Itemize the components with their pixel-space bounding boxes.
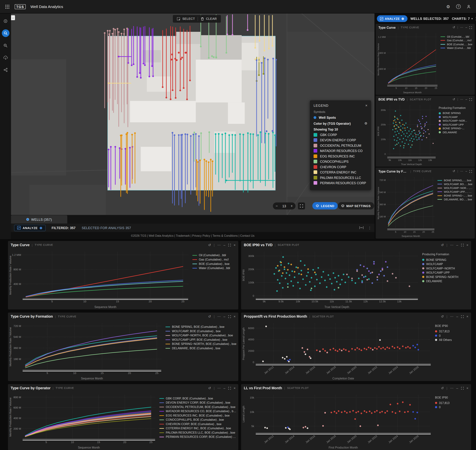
svg-text:13k: 13k bbox=[428, 159, 432, 161]
title-separator: | bbox=[284, 386, 285, 390]
zoom-out-button[interactable]: − bbox=[276, 204, 278, 208]
expand-icon[interactable] bbox=[469, 170, 472, 172]
chart-canvas: Jan 2012Jan 2014Jan 2016Jan 2018Jan 2020… bbox=[242, 320, 434, 380]
legend-entry: WOLFCAMP~NOR... , boe bbox=[437, 186, 473, 189]
more-options-icon[interactable]: ⋯ bbox=[460, 98, 463, 101]
operator-color-swatch bbox=[314, 154, 317, 158]
expand-icon[interactable] bbox=[469, 26, 472, 29]
refresh-history-icon[interactable]: ↺ bbox=[441, 315, 444, 318]
legend-label: OCCIDENTAL PETROLEUM, BOE (Cumulative) ,… bbox=[166, 405, 236, 409]
close-icon[interactable]: × bbox=[466, 243, 468, 247]
select-marquee-icon bbox=[177, 17, 180, 21]
more-options-icon[interactable]: ⋯ bbox=[450, 243, 454, 247]
more-options-icon[interactable]: ⋯ bbox=[217, 386, 221, 390]
share-icon[interactable] bbox=[2, 66, 9, 74]
close-icon[interactable]: × bbox=[233, 315, 236, 318]
minimize-icon[interactable]: – bbox=[465, 98, 467, 101]
expand-icon[interactable] bbox=[461, 387, 464, 390]
legend-gear-icon[interactable]: ⚙ bbox=[364, 121, 367, 125]
close-icon[interactable]: × bbox=[365, 103, 367, 108]
expand-icon[interactable] bbox=[469, 98, 472, 101]
zoom-in-button[interactable]: + bbox=[291, 204, 293, 208]
clear-button[interactable]: CLEAR bbox=[198, 15, 220, 23]
map-container[interactable]: ‹ SELECT CLEAR LEGEND × bbox=[11, 13, 375, 215]
legend-entry: WOLFCAMP bbox=[439, 115, 473, 118]
legend-swatch bbox=[422, 263, 424, 265]
tab-wells[interactable]: WELLS (357) bbox=[11, 215, 67, 224]
chart-title: BOE IP90 vs TVD bbox=[379, 98, 405, 101]
minimize-icon[interactable]: – bbox=[465, 170, 467, 173]
cloud-download-icon[interactable] bbox=[2, 54, 9, 61]
refresh-history-icon[interactable]: ↺ bbox=[441, 386, 444, 390]
map-settings-button[interactable]: MAP SETTINGS bbox=[338, 202, 374, 209]
legend-label: WOLFCAMP~NORTH, BOE (Cumulative) , boe bbox=[172, 334, 233, 337]
legend-swatch bbox=[159, 415, 164, 416]
legend-label: MATADOR RESOURCES CO, BOE (Cumulative) ,… bbox=[166, 409, 237, 413]
svg-text:5: 5 bbox=[395, 231, 396, 233]
account-person-icon[interactable] bbox=[466, 3, 472, 10]
minimize-icon[interactable]: – bbox=[224, 386, 225, 390]
kebab-menu-icon[interactable]: ⋮ bbox=[368, 226, 371, 230]
minimize-icon[interactable]: – bbox=[224, 243, 225, 247]
zoom-results-icon[interactable] bbox=[2, 42, 9, 49]
legend-swatch bbox=[439, 124, 441, 126]
column-resize-icon[interactable] bbox=[359, 226, 364, 230]
expand-icon[interactable] bbox=[228, 244, 231, 246]
help-icon[interactable]: ? bbox=[456, 4, 461, 9]
more-options-icon[interactable]: ⋯ bbox=[460, 170, 463, 173]
more-options-icon[interactable]: ⋯ bbox=[450, 386, 454, 390]
analyze-button[interactable]: ANALYZE ⊕ bbox=[14, 225, 46, 231]
expand-icon[interactable] bbox=[228, 387, 231, 390]
expand-icon[interactable] bbox=[228, 315, 231, 318]
more-options-icon[interactable]: ⋯ bbox=[460, 26, 463, 29]
analyze-button[interactable]: ANALYZE ⊕ bbox=[377, 15, 407, 22]
chart-card-header: BOE IP90 vs TVD|SCATTER PLOT↺|⋯–× bbox=[241, 241, 471, 249]
collapse-panel-chip[interactable]: ‹ bbox=[11, 15, 15, 20]
minimize-icon[interactable]: – bbox=[456, 386, 458, 390]
close-icon[interactable]: × bbox=[466, 315, 468, 318]
operator-legend-row: COTERRA ENERGY INC bbox=[314, 170, 367, 174]
chart-card-header: Type Curve by Operator|TYPE CURVE↺|⋯–× bbox=[8, 384, 238, 392]
legend-button[interactable]: LEGEND bbox=[312, 202, 338, 209]
operator-name: PERMIAN RESOURCES CORP bbox=[320, 181, 366, 185]
minimize-icon[interactable]: – bbox=[465, 26, 467, 29]
chart-subtitle: SCATTER PLOT bbox=[312, 315, 334, 318]
minimize-icon[interactable]: – bbox=[456, 315, 458, 318]
apps-grid-icon[interactable] bbox=[4, 3, 11, 10]
legend-swatch bbox=[437, 199, 442, 200]
more-options-icon[interactable]: ⋯ bbox=[450, 315, 454, 318]
close-icon[interactable]: × bbox=[466, 386, 468, 390]
legend-panel-title: LEGEND bbox=[314, 104, 328, 107]
svg-text:5: 5 bbox=[47, 372, 48, 374]
minimize-icon[interactable]: – bbox=[224, 315, 225, 318]
refresh-history-icon[interactable]: ↺ bbox=[208, 386, 211, 390]
operator-color-swatch bbox=[314, 160, 317, 163]
more-options-icon[interactable]: ⋯ bbox=[217, 315, 221, 318]
refresh-history-icon[interactable]: ↺ bbox=[208, 315, 211, 318]
well-locate-icon[interactable] bbox=[2, 17, 9, 25]
search-icon[interactable] bbox=[2, 29, 9, 37]
more-options-icon[interactable]: ⋯ bbox=[217, 243, 221, 247]
minimize-icon[interactable]: – bbox=[456, 243, 458, 247]
refresh-history-icon[interactable]: ↺ bbox=[452, 170, 455, 173]
expand-icon[interactable] bbox=[461, 315, 464, 318]
legend-label: DELAWARE bbox=[443, 131, 457, 134]
refresh-history-icon[interactable]: ↺ bbox=[441, 243, 444, 247]
map-fullscreen-button[interactable] bbox=[298, 202, 305, 209]
expand-icon[interactable] bbox=[461, 244, 464, 246]
close-icon[interactable]: × bbox=[233, 243, 236, 247]
charts-count-label[interactable]: CHARTS: 7 bbox=[452, 17, 470, 21]
refresh-history-icon[interactable]: ↺ bbox=[452, 98, 455, 101]
refresh-history-icon[interactable]: ↺ bbox=[452, 26, 455, 29]
legend-button-label: LEGEND bbox=[321, 204, 334, 208]
settings-gear-icon[interactable]: ⚙ bbox=[445, 3, 451, 10]
map-column: ‹ SELECT CLEAR LEGEND × bbox=[11, 13, 375, 239]
legend-entry: BONE SPRING~NORTH, BOE (Cumulative) , bo… bbox=[166, 342, 237, 346]
close-icon[interactable]: × bbox=[233, 386, 236, 390]
title-separator: | bbox=[309, 315, 310, 318]
refresh-history-icon[interactable]: ↺ bbox=[208, 243, 211, 247]
chart-header-icons: ↺|⋯–× bbox=[208, 243, 236, 247]
chevron-down-icon[interactable]: ▾ bbox=[471, 17, 473, 20]
select-button[interactable]: SELECT bbox=[174, 15, 198, 23]
legend-swatch bbox=[166, 331, 170, 331]
